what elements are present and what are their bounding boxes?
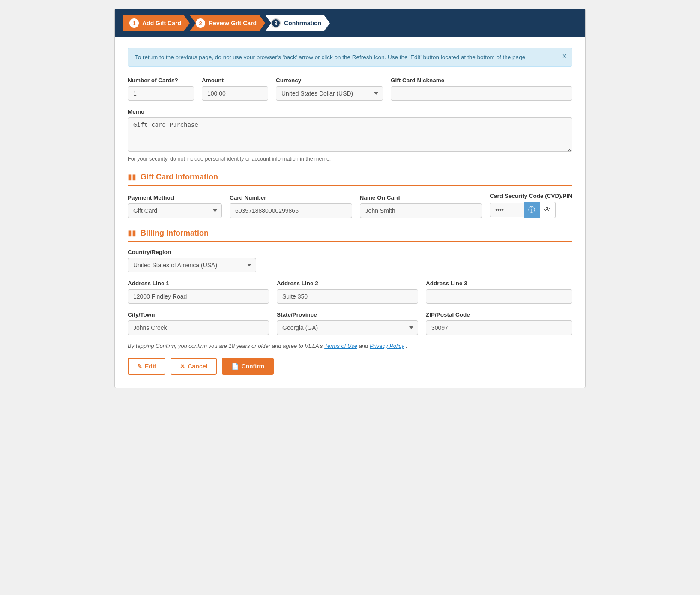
gift-card-section-title: Gift Card Information [141, 173, 218, 182]
confirm-button[interactable]: 📄 Confirm [222, 358, 274, 375]
addr3-input[interactable] [426, 289, 572, 304]
billing-country-row: Country/Region United States of America … [128, 249, 572, 272]
billing-section-header: ▮▮ Billing Information [128, 228, 572, 242]
terms-and: and [359, 343, 370, 349]
memo-textarea[interactable]: Gift card Purchase [128, 117, 572, 152]
cancel-button[interactable]: ✕ Cancel [171, 358, 217, 375]
cancel-label: Cancel [188, 363, 207, 370]
group-zip: ZIP/Postal Code [426, 311, 572, 335]
memo-label: Memo [128, 108, 572, 115]
confirm-label: Confirm [241, 363, 264, 370]
step-2[interactable]: 2 Review Gift Card [190, 15, 265, 31]
amount-label: Amount [202, 77, 268, 84]
currency-select[interactable]: United States Dollar (USD) [276, 86, 383, 101]
gift-card-section-header: ▮▮ Gift Card Information [128, 172, 572, 186]
group-addr2: Address Line 2 [277, 280, 418, 304]
alert-close-button[interactable]: × [562, 52, 567, 60]
cvv-info-button[interactable]: ⓘ [524, 202, 540, 218]
currency-label: Currency [276, 77, 383, 84]
state-label: State/Province [277, 311, 418, 318]
card-number-label: Card Number [230, 194, 352, 201]
terms-suffix: . [406, 343, 408, 349]
nickname-input[interactable] [391, 86, 572, 101]
addr3-label: Address Line 3 [426, 280, 572, 287]
confirm-icon: 📄 [231, 363, 239, 370]
step-2-label: Review Gift Card [209, 20, 257, 27]
group-addr1: Address Line 1 [128, 280, 269, 304]
cancel-icon: ✕ [180, 363, 185, 370]
billing-city-row: City/Town State/Province Georgia (GA) ZI… [128, 311, 572, 335]
country-label: Country/Region [128, 249, 256, 255]
cvv-toggle-button[interactable]: 👁 [540, 202, 556, 218]
edit-label: Edit [145, 363, 156, 370]
addr1-label: Address Line 1 [128, 280, 269, 287]
group-cvv: Card Security Code (CVD)/PIN ⓘ 👁 [490, 193, 572, 218]
addr1-input[interactable] [128, 289, 269, 304]
group-country: Country/Region United States of America … [128, 249, 256, 272]
addr2-input[interactable] [277, 289, 418, 304]
number-of-cards-input[interactable] [128, 86, 194, 101]
group-amount: Amount [202, 77, 268, 101]
button-row: ✎ Edit ✕ Cancel 📄 Confirm [128, 358, 572, 375]
gift-card-row: Payment Method Gift Card Card Number Nam… [128, 193, 572, 218]
edit-icon: ✎ [137, 363, 142, 370]
name-on-card-input[interactable] [360, 203, 482, 218]
billing-section-title: Billing Information [141, 229, 209, 238]
group-card-number: Card Number [230, 194, 352, 218]
step-2-num: 2 [196, 18, 205, 28]
cvv-input[interactable] [490, 203, 524, 217]
memo-hint: For your security, do not include person… [128, 156, 572, 162]
info-alert: To return to the previous page, do not u… [128, 48, 572, 67]
card-number-input[interactable] [230, 203, 352, 218]
group-currency: Currency United States Dollar (USD) [276, 77, 383, 101]
terms-of-use-link[interactable]: Terms of Use [324, 343, 357, 349]
billing-addr-row: Address Line 1 Address Line 2 Address Li… [128, 280, 572, 304]
zip-label: ZIP/Postal Code [426, 311, 572, 318]
gift-card-icon: ▮▮ [128, 172, 136, 182]
number-of-cards-label: Number of Cards? [128, 77, 194, 84]
alert-message: To return to the previous page, do not u… [135, 54, 527, 60]
cvv-label: Card Security Code (CVD)/PIN [490, 193, 572, 199]
amount-input[interactable] [202, 86, 268, 101]
group-memo: Memo Gift card Purchase For your securit… [128, 108, 572, 162]
country-select[interactable]: United States of America (USA) [128, 258, 256, 272]
privacy-policy-link[interactable]: Privacy Policy [370, 343, 404, 349]
group-state: State/Province Georgia (GA) [277, 311, 418, 335]
group-nickname: Gift Card Nickname [391, 77, 572, 101]
group-city: City/Town [128, 311, 269, 335]
main-container: 1 Add Gift Card 2 Review Gift Card 3 Con… [114, 9, 586, 388]
stepper-bar: 1 Add Gift Card 2 Review Gift Card 3 Con… [115, 9, 585, 37]
step-1-num: 1 [129, 18, 139, 28]
payment-method-label: Payment Method [128, 194, 222, 201]
terms-prefix: By tapping Confirm, you confirm you are … [128, 343, 324, 349]
form-body: To return to the previous page, do not u… [115, 37, 585, 388]
step-3-label: Confirmation [284, 20, 321, 27]
payment-method-select[interactable]: Gift Card [128, 203, 222, 218]
edit-button[interactable]: ✎ Edit [128, 358, 165, 375]
step-3[interactable]: 3 Confirmation [265, 15, 330, 31]
group-name-on-card: Name On Card [360, 194, 482, 218]
cvv-input-group: ⓘ 👁 [490, 202, 572, 218]
city-label: City/Town [128, 311, 269, 318]
terms-text: By tapping Confirm, you confirm you are … [128, 343, 572, 349]
row-1: Number of Cards? Amount Currency United … [128, 77, 572, 101]
addr2-label: Address Line 2 [277, 280, 418, 287]
group-addr3: Address Line 3 [426, 280, 572, 304]
group-payment-method: Payment Method Gift Card [128, 194, 222, 218]
name-on-card-label: Name On Card [360, 194, 482, 201]
group-number-of-cards: Number of Cards? [128, 77, 194, 101]
step-3-num: 3 [271, 18, 281, 28]
city-input[interactable] [128, 320, 269, 335]
step-1[interactable]: 1 Add Gift Card [123, 15, 190, 31]
zip-input[interactable] [426, 320, 572, 335]
billing-icon: ▮▮ [128, 228, 136, 238]
step-1-label: Add Gift Card [142, 20, 181, 27]
state-select[interactable]: Georgia (GA) [277, 320, 418, 335]
nickname-label: Gift Card Nickname [391, 77, 572, 84]
